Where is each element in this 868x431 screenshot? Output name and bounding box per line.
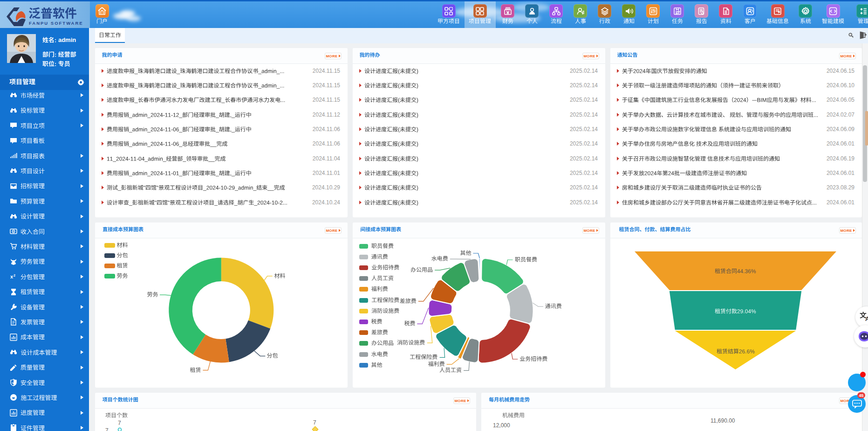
svg-text:x: x — [10, 274, 14, 279]
svg-text:2: 2 — [14, 274, 15, 277]
